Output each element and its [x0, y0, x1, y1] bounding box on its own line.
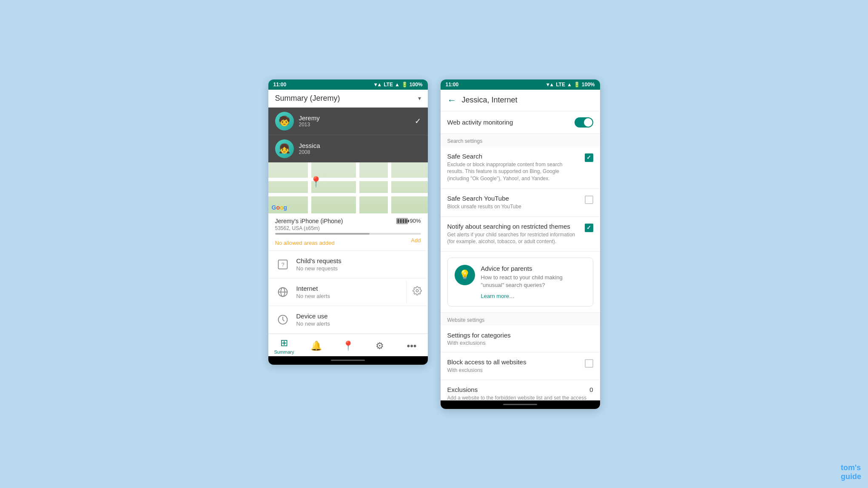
no-areas-label: No allowed areas added [275, 240, 335, 246]
google-g2: g [284, 204, 287, 211]
exclusions-row[interactable]: Exclusions Add a website to the forbidde… [441, 380, 600, 400]
right-lte-label: LTE [556, 82, 565, 88]
right-battery-pct-status: 100% [582, 82, 595, 88]
safe-search-youtube-row: Safe Search YouTube Block unsafe results… [441, 189, 600, 217]
notify-restricted-desc: Get alerts if your child searches for re… [447, 231, 580, 246]
google-logo: Goog [272, 204, 287, 211]
lte-label: LTE [384, 82, 393, 88]
more-nav-icon: ••• [407, 340, 416, 352]
dropdown-item-jeremy[interactable]: 🧒 Jeremy 2013 ✓ [268, 108, 428, 135]
nav-more[interactable]: ••• [401, 340, 422, 352]
device-section: Jeremy's iPhone (iPhone) 90% 53562, USA … [268, 213, 428, 251]
right-phone: 11:00 ▾▲ LTE ▲ 🔋 100% ← Jessica, Interne… [441, 79, 600, 409]
safe-search-youtube-desc: Block unsafe results on YouTube [447, 203, 580, 210]
childs-requests-section[interactable]: ? Child's requests No new requests [268, 251, 428, 278]
wifi-icon: ▾▲ [374, 82, 382, 88]
battery-indicator: 90% [396, 218, 421, 224]
exclusions-count: 0 [589, 386, 593, 393]
google-o2: o [280, 204, 284, 211]
phones-container: 11:00 ▾▲ LTE ▲ 🔋 100% Summary (Jeremy) ▾… [268, 79, 600, 409]
requests-subtitle: No new requests [296, 265, 342, 272]
internet-info: Internet No new alerts [296, 285, 330, 299]
avatar-jeremy: 🧒 [275, 112, 294, 131]
watermark-line2: guide [841, 472, 861, 481]
right-status-icons: ▾▲ LTE ▲ 🔋 100% [546, 82, 595, 88]
left-status-icons: ▾▲ LTE ▲ 🔋 100% [374, 82, 422, 88]
advice-icon: 💡 [455, 265, 475, 285]
page-title: Summary (Jeremy) [275, 94, 416, 103]
device-use-section[interactable]: Device use No new alerts [268, 306, 428, 334]
google-g: G [272, 204, 276, 211]
right-time: 11:00 [446, 82, 459, 88]
svg-text:?: ? [281, 261, 284, 267]
exclusions-desc: Add a website to the forbidden website l… [447, 394, 590, 400]
signal-icon: ▲ [395, 82, 400, 88]
internet-main[interactable]: Internet No new alerts [268, 278, 406, 306]
block-all-websites-text: Block access to all websites With exclus… [447, 358, 580, 374]
nav-summary[interactable]: ⊞ Summary [273, 338, 295, 355]
areas-row: No allowed areas added Add [275, 237, 421, 246]
web-monitoring-row[interactable]: Web activity monitoring [441, 111, 600, 134]
summary-header[interactable]: Summary (Jeremy) ▾ [268, 90, 428, 108]
jessica-name: Jessica [299, 142, 320, 149]
left-time: 11:00 [273, 82, 287, 88]
bat-seg4 [405, 219, 407, 223]
dropdown-arrow-icon: ▾ [418, 95, 421, 102]
road-h1 [268, 178, 428, 181]
nav-alerts[interactable]: 🔔 [305, 340, 327, 352]
notify-restricted-row: Notify about searching on restricted the… [441, 217, 600, 252]
notify-restricted-checkbox[interactable] [585, 224, 593, 232]
advice-content: Advice for parents How to react to your … [481, 265, 586, 299]
search-settings-header: Search settings [441, 134, 600, 147]
device-battery-pct: 90% [410, 218, 421, 224]
website-settings-header: Website settings [441, 312, 600, 326]
jeremy-name: Jeremy [299, 114, 320, 122]
battery-icon: 🔋 [401, 82, 408, 88]
home-bar [331, 360, 365, 361]
requests-icon: ? [275, 257, 290, 272]
advice-desc: How to react to your child making "unusu… [481, 274, 586, 289]
exclusions-text: Exclusions Add a website to the forbidde… [447, 386, 590, 400]
device-name: Jeremy's iPhone (iPhone) [275, 218, 343, 224]
safe-search-youtube-checkbox[interactable] [585, 196, 593, 204]
jessica-info: Jessica 2008 [299, 142, 320, 155]
alerts-nav-icon: 🔔 [310, 340, 322, 352]
settings-nav-icon: ⚙ [376, 340, 384, 352]
advice-title: Advice for parents [481, 265, 586, 272]
settings-categories-row[interactable]: Settings for categories With exclusions [441, 326, 600, 352]
settings-categories-title: Settings for categories [447, 332, 511, 339]
bat-seg1 [397, 219, 399, 223]
requests-info: Child's requests No new requests [296, 257, 342, 272]
web-monitoring-toggle[interactable] [575, 117, 593, 128]
notify-restricted-title: Notify about searching on restricted the… [447, 223, 580, 230]
dropdown-item-jessica[interactable]: 👧 Jessica 2008 [268, 135, 428, 162]
device-location: 53562, USA (±65m) [275, 225, 421, 231]
learn-more-link[interactable]: Learn more… [481, 293, 586, 299]
google-o1: o [276, 204, 280, 211]
jeremy-info: Jeremy 2013 [299, 114, 320, 128]
nav-location[interactable]: 📍 [337, 340, 359, 352]
right-page-title: Jessica, Internet [462, 96, 518, 105]
right-home-indicator [441, 400, 600, 409]
map-pin-icon: 📍 [310, 176, 322, 188]
back-button[interactable]: ← [447, 95, 457, 106]
home-indicator [268, 356, 428, 365]
block-all-checkbox[interactable] [585, 359, 593, 368]
internet-gear-button[interactable] [406, 280, 428, 304]
safe-search-title: Safe Search [447, 153, 580, 160]
summary-nav-label: Summary [274, 349, 294, 355]
add-area-button[interactable]: Add [411, 237, 421, 246]
device-use-title: Device use [296, 312, 330, 320]
summary-nav-icon: ⊞ [280, 338, 288, 349]
right-home-bar [503, 404, 537, 405]
road-v3 [388, 162, 391, 213]
device-use-icon [275, 312, 290, 327]
block-all-websites-row: Block access to all websites With exclus… [441, 352, 600, 380]
left-status-bar: 11:00 ▾▲ LTE ▲ 🔋 100% [268, 79, 428, 90]
watermark-line1: tom's [841, 463, 861, 472]
internet-section: Internet No new alerts [268, 278, 428, 306]
battery-pct-status: 100% [410, 82, 423, 88]
web-monitoring-label: Web activity monitoring [447, 119, 513, 126]
safe-search-checkbox[interactable] [585, 153, 593, 162]
nav-settings[interactable]: ⚙ [369, 340, 390, 352]
